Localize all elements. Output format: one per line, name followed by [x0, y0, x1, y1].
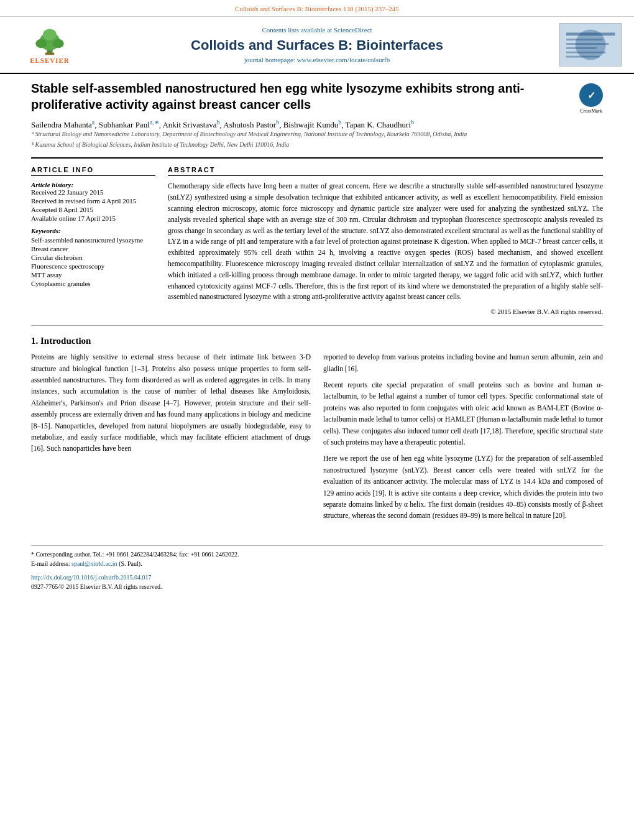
svg-rect-13 — [566, 56, 600, 58]
elsevier-logo: ELSEVIER — [12, 25, 87, 64]
available-date: Available online 17 April 2015 — [31, 215, 155, 222]
svg-rect-5 — [45, 53, 55, 55]
footnote-section: * Corresponding author. Tel.: +91 0661 2… — [31, 545, 603, 591]
svg-rect-12 — [566, 52, 606, 53]
corresponding-footnote: * Corresponding author. Tel.: +91 0661 2… — [31, 550, 603, 559]
svg-point-3 — [53, 39, 64, 48]
journal-homepage: journal homepage: www.elsevier.com/locat… — [87, 56, 547, 63]
article-title-wrapper: Stable self-assembled nanostructured hen… — [31, 80, 572, 151]
article-title: Stable self-assembled nanostructured hen… — [31, 80, 572, 113]
affiliation-a: ᵃ Structural Biology and Nanomedicine La… — [31, 130, 572, 139]
elsevier-logo-section: ELSEVIER — [12, 25, 87, 64]
svg-rect-9 — [566, 39, 603, 40]
keyword-1: Self-assembled nanostructured lysozyme — [31, 236, 155, 244]
homepage-url[interactable]: www.elsevier.com/locate/colsurfb — [297, 56, 390, 63]
copyright-line: © 2015 Elsevier B.V. All rights reserved… — [168, 308, 603, 315]
affiliation-b: ᵇ Kusuma School of Biological Sciences, … — [31, 141, 572, 149]
accepted-date: Accepted 8 April 2015 — [31, 206, 155, 213]
article-info-header: ARTICLE INFO — [31, 166, 155, 176]
email-name: (S. Paul). — [119, 560, 142, 567]
intro-left-text: Proteins are highly sensitive to externa… — [31, 351, 311, 455]
intro-two-col: Proteins are highly sensitive to externa… — [31, 351, 603, 526]
intro-left-col: Proteins are highly sensitive to externa… — [31, 351, 311, 526]
contents-line: Contents lists available at ScienceDirec… — [87, 26, 547, 34]
article-title-section: Stable self-assembled nanostructured hen… — [31, 80, 603, 159]
crossmark-container: ✓ CrossMark — [579, 83, 603, 114]
abstract-header: ABSTRACT — [168, 166, 603, 176]
intro-para-r1: reported to develop from various protein… — [323, 351, 603, 374]
info-abstract-section: ARTICLE INFO Article history: Received 2… — [31, 166, 603, 315]
sup-b3: b — [338, 119, 341, 126]
intro-heading: 1. Introduction — [31, 336, 603, 346]
homepage-label: journal homepage: — [244, 56, 295, 63]
svg-rect-11 — [566, 47, 597, 49]
keyword-6: Cytoplasmic granules — [31, 280, 155, 287]
intro-para-r2: Recent reports cite special preparation … — [323, 379, 603, 448]
sup-a2: a,∗ — [150, 119, 159, 126]
sciencedirect-link[interactable]: ScienceDirect — [334, 26, 372, 34]
doi-section: http://dx.doi.org/10.1016/j.colsurfb.201… — [31, 572, 603, 582]
authors-line: Sailendra Mahantaa, Subhankar Paula,∗, A… — [31, 119, 572, 130]
article-body: Stable self-assembled nanostructured hen… — [0, 74, 634, 604]
top-bar: Colloids and Surfaces B: Biointerfaces 1… — [0, 0, 634, 17]
authors: Sailendra Mahantaa, Subhankar Paula,∗, A… — [31, 120, 414, 129]
intro-right-text: reported to develop from various protein… — [323, 351, 603, 521]
journal-title: Colloids and Surfaces B: Biointerfaces — [87, 37, 547, 53]
svg-rect-8 — [566, 32, 615, 35]
abstract-paragraph: Chemotherapy side effects have long been… — [168, 181, 603, 303]
history-label: Article history: — [31, 181, 155, 188]
email-link[interactable]: spaul@nitrkl.ac.in — [71, 560, 117, 567]
crossmark-label: CrossMark — [579, 108, 603, 114]
contents-text: Contents lists available at — [262, 26, 332, 34]
doi-link[interactable]: http://dx.doi.org/10.1016/j.colsurfb.201… — [31, 574, 151, 581]
journal-header-center: Contents lists available at ScienceDirec… — [87, 26, 547, 63]
corresponding-text: * Corresponding author. Tel.: +91 0661 2… — [31, 551, 239, 558]
received-date: Received 22 January 2015 — [31, 188, 155, 196]
keyword-2: Breast cancer — [31, 245, 155, 252]
keyword-3: Circular dichroism — [31, 254, 155, 261]
journal-header: ELSEVIER Contents lists available at Sci… — [0, 17, 634, 74]
svg-point-2 — [35, 39, 47, 48]
abstract-panel: ABSTRACT Chemotherapy side effects have … — [168, 166, 603, 315]
keyword-4: Fluorescence spectroscopy — [31, 262, 155, 270]
sup-a: a — [92, 119, 94, 126]
elsevier-label: ELSEVIER — [30, 57, 70, 64]
journal-header-right — [547, 23, 622, 67]
elsevier-tree-icon — [31, 25, 68, 57]
email-footnote: E-mail address: spaul@nitrkl.ac.in (S. P… — [31, 559, 603, 568]
intro-para-r3: Here we report the use of hen egg white … — [323, 453, 603, 521]
svg-point-4 — [43, 29, 57, 40]
section-divider — [31, 325, 603, 326]
revised-date: Received in revised form 4 April 2015 — [31, 197, 155, 205]
journal-thumbnail — [559, 23, 622, 67]
email-label: E-mail address: — [31, 560, 70, 567]
abstract-text: Chemotherapy side effects have long been… — [168, 181, 603, 303]
intro-right-col: reported to develop from various protein… — [323, 351, 603, 526]
sup-b4: b — [411, 119, 414, 126]
sup-b: b — [217, 119, 220, 126]
introduction-section: 1. Introduction Proteins are highly sens… — [31, 336, 603, 526]
keyword-5: MTT assay — [31, 271, 155, 279]
sup-b2: b — [276, 119, 279, 126]
keywords-label: Keywords: — [31, 227, 155, 234]
journal-reference: Colloids and Surfaces B: Biointerfaces 1… — [235, 5, 399, 12]
issn-line: 0927-7765/© 2015 Elsevier B.V. All right… — [31, 582, 603, 591]
svg-rect-10 — [566, 43, 609, 45]
article-info-panel: ARTICLE INFO Article history: Received 2… — [31, 166, 155, 315]
intro-para-1: Proteins are highly sensitive to externa… — [31, 351, 311, 455]
crossmark-badge[interactable]: ✓ — [579, 83, 603, 107]
